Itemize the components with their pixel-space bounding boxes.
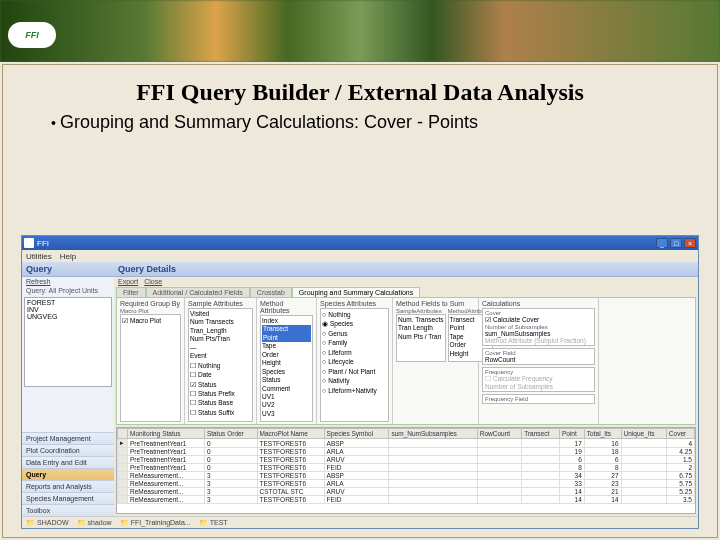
slide-title: FFI Query Builder / External Data Analys…	[3, 79, 717, 106]
sampleattr-item[interactable]: Tran_Length	[190, 327, 251, 335]
methodattr-item[interactable]: Height	[262, 359, 311, 367]
app-icon	[24, 238, 34, 248]
sampleattr-item[interactable]: Event	[190, 352, 251, 360]
status-item[interactable]: TEST	[199, 519, 228, 527]
sampleattr-item[interactable]: Visited	[190, 310, 251, 318]
table-row[interactable]: ReMeasurement...3TESTFOREST6FEID14143.5	[118, 496, 695, 504]
col-header[interactable]: Unique_Its	[621, 429, 666, 439]
sampleattr-item[interactable]: Status Base	[190, 398, 251, 407]
status-item[interactable]: SHADOW	[26, 519, 69, 527]
nav-data-entry-and-edit[interactable]: Data Entry and Edit	[22, 456, 114, 468]
speciesattr-radio[interactable]: Lifecycle	[322, 357, 387, 366]
methodattr-item[interactable]: Point	[262, 334, 311, 342]
methodattr-item[interactable]: Species	[262, 368, 311, 376]
col-header[interactable]: Transect	[522, 429, 560, 439]
tab-filter[interactable]: Filter	[116, 287, 146, 297]
methodattr-item[interactable]: UV2	[262, 401, 311, 409]
sampleattr-item[interactable]: —	[190, 344, 251, 352]
speciesattr-radio[interactable]: Genus	[322, 329, 387, 338]
tab-additional-calculated-fields[interactable]: Additional / Calculated Fields	[146, 287, 250, 297]
table-row[interactable]: PreTreatmentYear10TESTFOREST6FEID882	[118, 464, 695, 472]
sampleattr-item[interactable]: Status Suffix	[190, 408, 251, 417]
metric-sample-item[interactable]: Num. Transects	[398, 316, 444, 324]
close-link[interactable]: Close	[144, 278, 162, 285]
sampleattr-item[interactable]: Num Pts/Tran	[190, 335, 251, 343]
maximize-button[interactable]: □	[670, 238, 682, 248]
table-row[interactable]: ▸PreTreatmentYear10TESTFOREST6ABSP17164	[118, 439, 695, 448]
statusbar: SHADOW shadow FFI_TrainingData... TEST	[22, 516, 698, 528]
speciesattr-radio[interactable]: Species	[322, 319, 387, 328]
tree-item[interactable]: FOREST	[26, 299, 110, 306]
sampleattr-item[interactable]: Date	[190, 370, 251, 379]
col-header[interactable]: MacroPlot Name	[257, 429, 324, 439]
slide-subtitle: •Grouping and Summary Calculations: Cove…	[51, 112, 717, 133]
metric-sample-item[interactable]: Num Pts / Tran	[398, 333, 444, 341]
speciesattr-radio[interactable]: Nothing	[322, 310, 387, 319]
coverfield-value[interactable]: RowCount	[485, 356, 592, 363]
methodattr-item[interactable]: Index	[262, 317, 311, 325]
speciesattr-radio[interactable]: Plant / Not Plant	[322, 367, 387, 376]
methodattr-item[interactable]: Tape	[262, 342, 311, 350]
speciesattr-radio[interactable]: Lifeform	[322, 348, 387, 357]
col-header[interactable]: RowCount	[477, 429, 521, 439]
num-subsamples-value[interactable]: sum_NumSubsamples	[485, 330, 592, 337]
speciesattr-header: Species Attributes	[320, 300, 389, 307]
calc-freq-check[interactable]: Calculate Frequency	[485, 375, 592, 383]
menu-help[interactable]: Help	[60, 252, 76, 261]
export-link[interactable]: Export	[118, 278, 138, 285]
col-header[interactable]: Point	[559, 429, 584, 439]
metric-sample-item[interactable]: Tran Length	[398, 324, 444, 332]
col-header[interactable]: Species Symbol	[324, 429, 389, 439]
methodattr-item[interactable]: Status	[262, 376, 311, 384]
table-row[interactable]: ReMeasurement...3TESTFOREST6ABSP34276.75	[118, 472, 695, 480]
minimize-button[interactable]: _	[656, 238, 668, 248]
speciesattr-radio[interactable]: Lifeform+Nativity	[322, 386, 387, 395]
details-header: Query Details	[114, 262, 698, 277]
tree-item[interactable]: INV	[26, 306, 110, 313]
tab-crosstab[interactable]: Crosstab	[250, 287, 292, 297]
sampleattr-item[interactable]: Status	[190, 380, 251, 389]
subplot-fraction: Method Attribute (Subplot Fraction)	[485, 337, 592, 344]
nav-project-management[interactable]: Project Management	[22, 432, 114, 444]
status-item[interactable]: shadow	[77, 519, 112, 527]
nav-query[interactable]: Query	[22, 468, 114, 480]
freq-subsamples: Number of Subsamples	[485, 383, 592, 390]
query-panel-header: Query	[22, 262, 114, 277]
close-button[interactable]: ×	[684, 238, 696, 248]
col-header[interactable]: Cover	[666, 429, 694, 439]
refresh-link[interactable]: Refresh	[26, 278, 51, 285]
sampleattr-item[interactable]: Num Transects	[190, 318, 251, 326]
table-row[interactable]: ReMeasurement...3CSTOTAL STCARUV14215.25	[118, 488, 695, 496]
sampleattr-item[interactable]: Nothing	[190, 361, 251, 370]
methodattr-item[interactable]: Comment	[262, 385, 311, 393]
table-row[interactable]: ReMeasurement...3TESTFOREST6ARLA33235.75	[118, 480, 695, 488]
metrics-sample-hdr: SampleAttributes	[396, 308, 446, 314]
sampleattr-item[interactable]: Status Prefix	[190, 389, 251, 398]
calc-cover-check[interactable]: Calculate Cover	[485, 316, 592, 324]
tab-grouping-and-summary-calculations[interactable]: Grouping and Summary Calculations	[292, 287, 420, 297]
col-header[interactable]: Total_Its	[584, 429, 621, 439]
col-header[interactable]: Status Order	[204, 429, 257, 439]
menu-utilities[interactable]: Utilities	[26, 252, 52, 261]
methodattr-item[interactable]: Transect	[262, 325, 311, 333]
table-row[interactable]: PreTreatmentYear10TESTFOREST6ARLA19184.2…	[118, 448, 695, 456]
project-tree[interactable]: FOREST INV UNGVEG	[24, 297, 112, 387]
methodattr-item[interactable]: UV1	[262, 393, 311, 401]
nav-reports-and-analysis[interactable]: Reports and Analysis	[22, 480, 114, 492]
col-header[interactable]: sum_NumSubsamples	[389, 429, 477, 439]
col-header[interactable]: Monitoring Status	[128, 429, 205, 439]
results-grid[interactable]: Monitoring StatusStatus OrderMacroPlot N…	[116, 427, 696, 514]
nav-species-management[interactable]: Species Management	[22, 492, 114, 504]
groupby-macroplot[interactable]: Macro Plot	[122, 316, 179, 325]
speciesattr-radio[interactable]: Family	[322, 338, 387, 347]
titlebar[interactable]: FFI _ □ ×	[22, 236, 698, 250]
speciesattr-radio[interactable]: Nativity	[322, 376, 387, 385]
groupby-header: Required Group By	[120, 300, 181, 307]
tree-item[interactable]: UNGVEG	[26, 313, 110, 320]
status-item[interactable]: FFI_TrainingData...	[120, 519, 191, 527]
methodattr-item[interactable]: UV3	[262, 410, 311, 418]
methodattr-item[interactable]: Order	[262, 351, 311, 359]
nav-plot-coordination[interactable]: Plot Coordination	[22, 444, 114, 456]
table-row[interactable]: PreTreatmentYear10TESTFOREST6ARUV661.5	[118, 456, 695, 464]
nav-toolbox[interactable]: Toolbox	[22, 504, 114, 516]
